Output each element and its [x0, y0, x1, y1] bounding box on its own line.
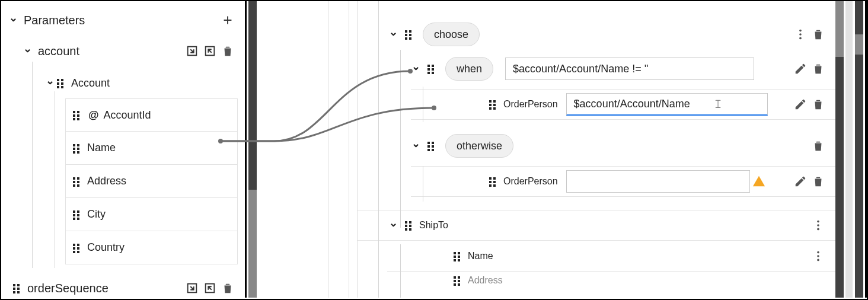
drag-handle-icon[interactable]	[12, 283, 23, 293]
expand-down-icon[interactable]	[183, 42, 201, 60]
scrollbar[interactable]	[845, 1, 853, 298]
drag-handle-icon[interactable]	[56, 78, 66, 88]
delete-button[interactable]	[809, 95, 827, 113]
when-orderperson-row[interactable]: OrderPerson $account/Account/Name 𝙸	[411, 89, 835, 120]
scrollbar-thumb[interactable]	[248, 190, 257, 298]
svg-point-9	[817, 228, 819, 231]
shipto-label: ShipTo	[419, 220, 448, 231]
more-icon[interactable]	[809, 247, 827, 265]
middle-panel	[257, 1, 358, 298]
parameters-title: Parameters	[24, 14, 85, 27]
when-pill[interactable]: when	[445, 57, 493, 81]
warning-icon	[750, 173, 768, 190]
left-scrollbar[interactable]	[248, 1, 257, 298]
scrollbar[interactable]	[855, 1, 863, 298]
drag-handle-icon[interactable]	[72, 242, 82, 253]
target-panel: choose when $account/Account/Name != '' …	[358, 1, 835, 298]
drag-handle-icon[interactable]	[426, 141, 437, 151]
caret-icon[interactable]	[410, 141, 422, 151]
when-expression-input[interactable]: $account/Account/Name != ''	[505, 58, 754, 80]
add-parameter-button[interactable]	[219, 11, 237, 29]
caret-icon[interactable]	[44, 78, 56, 88]
field-label: AccountId	[104, 109, 151, 122]
expand-up-icon[interactable]	[201, 279, 219, 297]
caret-icon[interactable]	[7, 15, 19, 25]
account-type-row[interactable]: Account	[1, 68, 245, 98]
field-accountid[interactable]: @ AccountId	[65, 98, 238, 132]
drag-handle-icon[interactable]	[452, 251, 463, 261]
field-label: Address	[87, 175, 126, 187]
delete-button[interactable]	[809, 25, 827, 43]
delete-button[interactable]	[809, 137, 827, 155]
orderperson-label: OrderPerson	[503, 176, 558, 187]
drag-handle-icon[interactable]	[488, 176, 499, 187]
drag-handle-icon[interactable]	[452, 275, 463, 286]
svg-point-11	[817, 255, 819, 257]
drag-handle-icon[interactable]	[404, 29, 414, 40]
more-icon[interactable]	[792, 25, 809, 43]
expand-down-icon[interactable]	[183, 279, 201, 297]
orderperson-value-text: $account/Account/Name	[574, 98, 690, 110]
when-row[interactable]: when $account/Account/Name != ''	[358, 53, 835, 84]
otherwise-pill[interactable]: otherwise	[445, 134, 513, 158]
drag-handle-icon[interactable]	[404, 220, 414, 231]
shipto-name-row[interactable]: Name	[387, 241, 835, 272]
scrollbar[interactable]	[835, 1, 844, 298]
drag-handle-icon[interactable]	[72, 209, 82, 220]
choose-row[interactable]: choose	[358, 19, 835, 50]
drag-handle-icon[interactable]	[488, 99, 499, 110]
svg-point-10	[817, 251, 819, 253]
shipto-row[interactable]: ShipTo	[358, 210, 835, 241]
field-country[interactable]: Country	[65, 231, 238, 264]
ordersequence-row[interactable]: orderSequence	[1, 273, 245, 300]
field-label: Address	[468, 275, 503, 286]
otherwise-orderperson-row[interactable]: OrderPerson	[411, 166, 835, 197]
account-type-label: Account	[71, 77, 110, 90]
when-expression-text: $account/Account/Name != ''	[513, 63, 649, 75]
account-param-row[interactable]: account	[1, 36, 245, 66]
ordersequence-label: orderSequence	[27, 282, 108, 295]
account-label: account	[38, 44, 79, 58]
edit-button[interactable]	[792, 60, 809, 78]
caret-icon[interactable]	[387, 29, 399, 40]
svg-point-12	[817, 258, 819, 261]
field-city[interactable]: City	[65, 198, 238, 231]
text-cursor-icon: 𝙸	[714, 97, 722, 111]
svg-point-8	[817, 224, 819, 226]
svg-point-7	[817, 221, 819, 223]
right-scrollbars	[835, 1, 868, 298]
orderperson-value-input[interactable]: $account/Account/Name 𝙸	[566, 93, 768, 116]
orderperson-label: OrderPerson	[503, 99, 558, 110]
caret-icon[interactable]	[21, 46, 33, 56]
expand-up-icon[interactable]	[201, 42, 219, 60]
drag-handle-icon[interactable]	[72, 110, 82, 120]
scrollbar	[865, 1, 868, 298]
attribute-icon: @	[88, 109, 99, 122]
orderperson-empty-input[interactable]	[566, 170, 750, 193]
scrollbar-thumb[interactable]	[835, 1, 844, 57]
field-name[interactable]: Name	[65, 132, 238, 165]
choose-pill[interactable]: choose	[423, 23, 480, 46]
scrollbar-thumb[interactable]	[855, 34, 863, 55]
drag-handle-icon[interactable]	[72, 176, 82, 187]
shipto-address-row[interactable]: Address	[387, 272, 835, 289]
delete-param-button[interactable]	[219, 42, 237, 60]
drag-handle-icon[interactable]	[426, 63, 437, 74]
parameters-header: Parameters	[1, 5, 245, 36]
caret-icon[interactable]	[410, 63, 422, 74]
field-address[interactable]: Address	[65, 165, 238, 198]
parameters-panel: Parameters account	[1, 1, 247, 298]
otherwise-row[interactable]: otherwise	[358, 130, 835, 161]
delete-button[interactable]	[809, 60, 827, 78]
field-label: Country	[87, 241, 125, 254]
delete-param-button[interactable]	[219, 279, 237, 297]
drag-handle-icon[interactable]	[72, 143, 82, 154]
more-icon[interactable]	[809, 216, 827, 234]
svg-point-5	[799, 33, 802, 36]
field-label: City	[87, 208, 106, 221]
edit-button[interactable]	[792, 173, 809, 190]
edit-button[interactable]	[792, 95, 809, 113]
caret-icon[interactable]	[387, 220, 399, 231]
delete-button[interactable]	[809, 173, 827, 190]
field-label: Name	[87, 142, 116, 154]
